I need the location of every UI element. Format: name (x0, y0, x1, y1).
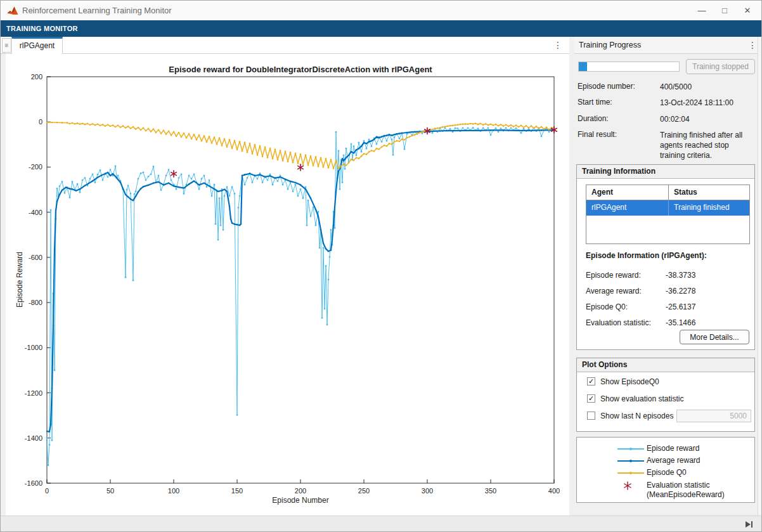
show-last-n-episodes-checkbox[interactable] (587, 412, 595, 420)
right-edge-strip (758, 37, 762, 516)
svg-text:-1600: -1600 (25, 479, 42, 487)
episode-q0-value: -25.6137 (666, 302, 695, 311)
legend-entry-label: Average reward (647, 456, 701, 465)
training-progress-header: Training Progress ⋮ (574, 37, 758, 54)
agent-status-table[interactable]: Agent Status rlPGAgent Training finished (586, 185, 750, 244)
show-evaluation-statistic-checkbox[interactable]: ✓ (587, 394, 595, 403)
svg-text:200: 200 (295, 487, 306, 495)
last-n-episodes-input[interactable] (676, 410, 751, 422)
progress-fill (579, 62, 587, 71)
final-result-label: Final result: (578, 130, 617, 139)
episode-number-value: 400/5000 (660, 82, 755, 92)
svg-text:300: 300 (422, 487, 433, 495)
episode-reward-chart: 0501001502002503003504002000-200-400-600… (6, 54, 569, 516)
evaluation-statistic-label: Evaluation statistic: (586, 318, 651, 327)
table-row[interactable]: rlPGAgent Training finished (586, 200, 749, 216)
evaluation-statistic-value: -35.1466 (666, 318, 695, 327)
legend-entry-label: Episode reward (647, 444, 699, 453)
average-reward-label: Average reward: (586, 287, 642, 295)
svg-text:400: 400 (548, 487, 560, 495)
legend-marker-dot (630, 472, 632, 474)
svg-text:350: 350 (485, 487, 496, 495)
more-details-button[interactable]: More Details... (680, 330, 749, 344)
panel-splitter[interactable] (569, 54, 574, 516)
plot-options-title: Plot Options (577, 358, 754, 372)
legend-line-swatch (617, 460, 644, 462)
figure-area: 0501001502002503003504002000-200-400-600… (6, 54, 569, 516)
average-reward-value: -36.2278 (666, 287, 695, 295)
toolstrip-ribbon: TRAINING MONITOR (1, 20, 761, 37)
episode-information-title: Episode Information (rlPGAgent): (586, 251, 707, 260)
matlab-logo-icon (7, 6, 18, 16)
legend-marker-dot (630, 448, 632, 450)
expand-panel-icon[interactable] (744, 520, 754, 529)
start-time-label: Start time: (578, 98, 612, 107)
document-tab-strip: ≡ rlPGAgent ⋮ (1, 37, 569, 54)
svg-text:-400: -400 (29, 209, 42, 216)
start-time-value: 13-Oct-2024 18:11:00 (660, 98, 755, 108)
legend-line-swatch (617, 448, 644, 450)
training-information-panel: Training Information Agent Status rlPGAg… (576, 164, 755, 350)
training-information-title: Training Information (577, 165, 754, 179)
final-result-value: Training finished after all agents reach… (660, 130, 755, 160)
maximize-button[interactable]: □ (713, 1, 736, 20)
svg-text:0: 0 (45, 487, 49, 495)
ribbon-tab-training-monitor[interactable]: TRAINING MONITOR (1, 20, 761, 37)
legend-marker-dot (630, 460, 632, 462)
svg-text:0: 0 (39, 118, 42, 126)
legend-entry-label: Evaluation statistic(MeanEpisodeReward) (647, 481, 725, 500)
show-evaluation-statistic-label: Show evaluation statistic (600, 394, 683, 403)
chart-xlabel: Episode Number (47, 496, 554, 505)
status-cell: Training finished (669, 200, 749, 216)
show-episodeq0-checkbox[interactable]: ✓ (587, 377, 595, 386)
app-window: Reinforcement Learning Training Monitor … (0, 0, 762, 532)
svg-text:200: 200 (31, 73, 42, 81)
tab-grip-icon[interactable]: ≡ (2, 38, 11, 53)
svg-text:150: 150 (231, 487, 243, 495)
svg-text:-600: -600 (29, 254, 42, 261)
show-episodeq0-label: Show EpisodeQ0 (600, 377, 659, 386)
agent-cell: rlPGAgent (586, 200, 669, 216)
training-progress-menu-icon[interactable]: ⋮ (747, 37, 758, 53)
legend-asterisk-icon (623, 481, 633, 491)
minimize-button[interactable]: — (690, 1, 713, 20)
close-button[interactable]: ✕ (736, 1, 759, 20)
svg-text:-1200: -1200 (25, 389, 42, 397)
training-progress-title: Training Progress (574, 37, 758, 53)
svg-text:-1400: -1400 (25, 434, 42, 442)
chart-ylabel: Episode Reward (15, 216, 24, 343)
chart-title: Episode reward for DoubleIntegratorDiscr… (47, 65, 554, 74)
legend-entry: Average reward (577, 455, 754, 467)
svg-text:-1000: -1000 (25, 344, 42, 351)
status-bar (1, 516, 761, 532)
legend-entry-label: Episode Q0 (647, 468, 687, 477)
titlebar: Reinforcement Learning Training Monitor … (1, 1, 761, 20)
svg-text:-200: -200 (29, 163, 42, 171)
episode-q0-label: Episode Q0: (586, 302, 628, 311)
duration-label: Duration: (578, 114, 609, 123)
tab-strip-menu-icon[interactable]: ⋮ (552, 37, 564, 53)
window-title: Reinforcement Learning Training Monitor (22, 1, 172, 20)
training-progress-bar (578, 62, 680, 72)
column-header-status: Status (669, 185, 749, 200)
svg-text:100: 100 (168, 487, 179, 495)
episode-number-label: Episode number: (578, 82, 635, 91)
episode-reward-value: -38.3733 (666, 271, 695, 280)
table-header-row: Agent Status (586, 185, 749, 200)
tab-rlpgagent[interactable]: rlPGAgent (11, 37, 63, 54)
plot-options-panel: Plot Options ✓ Show EpisodeQ0 ✓ Show eva… (576, 358, 755, 432)
legend-entry: Evaluation statistic(MeanEpisodeReward) (577, 479, 754, 491)
legend-entry: Episode Q0 (577, 467, 754, 479)
svg-text:250: 250 (358, 487, 370, 495)
show-last-n-episodes-label: Show last N episodes (600, 412, 673, 420)
chart-legend-panel: Episode rewardAverage rewardEpisode Q0Ev… (576, 437, 755, 503)
svg-text:50: 50 (107, 487, 114, 495)
training-stopped-button[interactable]: Training stopped (686, 59, 755, 74)
legend-line-swatch (617, 472, 644, 474)
svg-text:-800: -800 (29, 299, 42, 306)
duration-value: 00:02:04 (660, 114, 755, 124)
legend-entry: Episode reward (577, 443, 754, 455)
column-header-agent: Agent (586, 185, 669, 200)
episode-reward-label: Episode reward: (586, 271, 641, 280)
